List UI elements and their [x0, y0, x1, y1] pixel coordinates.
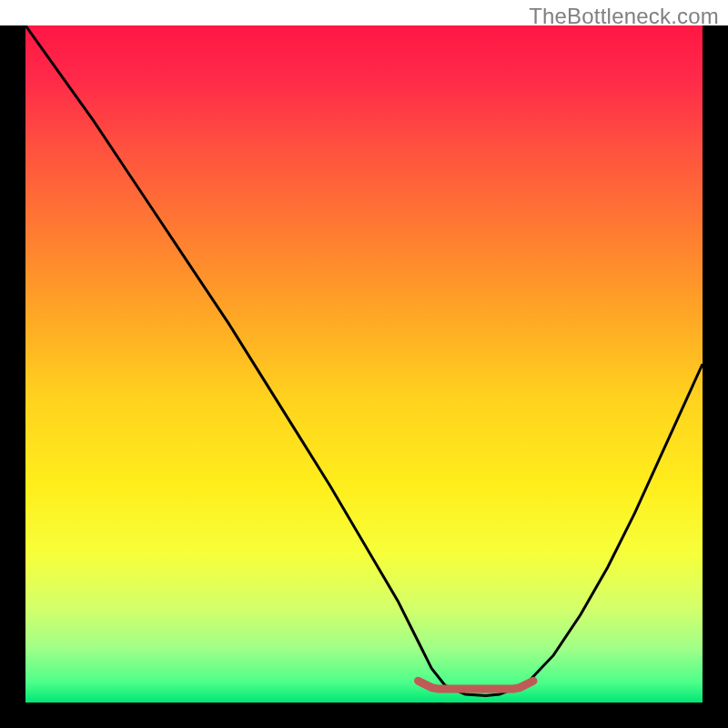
chart-frame: TheBottleneck.com — [0, 0, 728, 728]
plot-area — [25, 25, 703, 703]
plot-border — [0, 25, 728, 728]
chart-svg — [25, 25, 703, 703]
gradient-background — [25, 25, 703, 703]
